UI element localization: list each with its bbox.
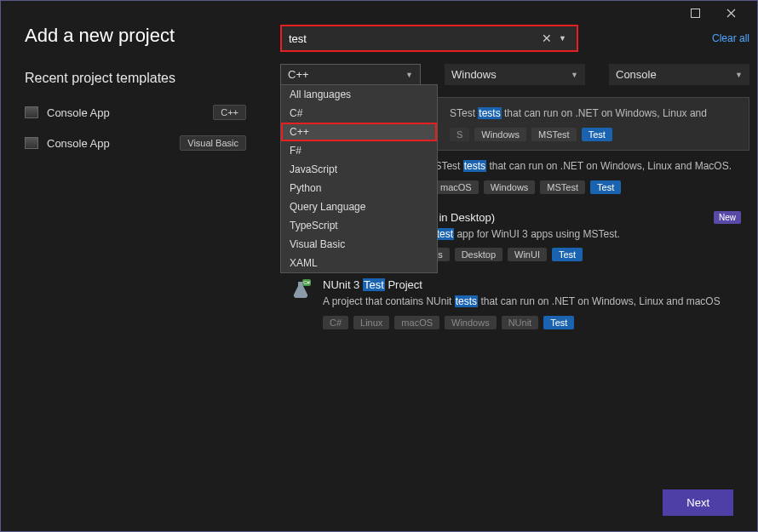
template-description: STest tests that can run on .NET on Wind…: [450, 106, 740, 121]
template-name: NUnit 3 Test Project: [323, 278, 741, 291]
close-button[interactable]: [726, 9, 750, 18]
tag: Windows: [484, 180, 536, 194]
template-item[interactable]: STest tests that can run on .NET on Wind…: [434, 97, 749, 151]
new-badge: New: [714, 211, 741, 224]
tag: Test: [590, 180, 621, 194]
svg-text:C#: C#: [303, 280, 310, 285]
project-type-selected: Console: [616, 68, 657, 81]
tag: MSTest: [531, 128, 577, 141]
dropdown-item[interactable]: Visual Basic: [281, 235, 437, 254]
chevron-down-icon: ▼: [571, 71, 578, 79]
search-box[interactable]: ✕ ▼: [280, 25, 578, 52]
search-row: ✕ ▼ Clear all: [280, 25, 749, 52]
tag: Desktop: [455, 248, 502, 261]
tag: Windows: [445, 316, 497, 329]
dropdown-item[interactable]: C#: [281, 104, 437, 123]
chevron-down-icon: ▼: [405, 71, 413, 79]
restore-button[interactable]: [691, 9, 715, 18]
clear-all-link[interactable]: Clear all: [712, 32, 749, 44]
language-selected: C++: [288, 68, 309, 81]
close-icon: [726, 9, 736, 18]
tag: Test: [543, 316, 574, 329]
next-button[interactable]: Next: [663, 489, 733, 516]
console-icon: [25, 137, 38, 149]
tag: S: [450, 128, 469, 141]
footer: Next: [663, 489, 733, 516]
dropdown-item[interactable]: F#: [281, 141, 437, 160]
recent-item-name: Console App: [47, 106, 204, 119]
tag: macOS: [394, 316, 439, 329]
recent-item[interactable]: Console App Visual Basic: [25, 135, 246, 151]
dropdown-item[interactable]: Python: [281, 179, 437, 197]
recent-item-name: Console App: [47, 137, 171, 150]
platform-dropdown[interactable]: Windows ▼: [445, 64, 585, 85]
language-pill: C++: [213, 105, 246, 120]
template-description: A project that contains NUnit tests that…: [323, 295, 741, 309]
clear-search-icon[interactable]: ✕: [538, 31, 555, 45]
platform-selected: Windows: [451, 68, 497, 81]
template-tags: C# Linux macOS Windows NUnit Test: [323, 316, 741, 329]
left-panel: Add a new project Recent project templat…: [25, 25, 246, 338]
dropdown-item[interactable]: JavaScript: [281, 160, 437, 179]
tag: Windows: [474, 128, 526, 141]
dropdown-item[interactable]: XAML: [281, 254, 437, 272]
titlebar: [1, 1, 757, 25]
dropdown-item[interactable]: TypeScript: [281, 216, 437, 235]
dropdown-item[interactable]: All languages: [281, 85, 437, 104]
svg-rect-0: [692, 9, 700, 17]
recent-item[interactable]: Console App C++: [25, 105, 246, 120]
tag: C#: [323, 316, 348, 329]
restore-icon: [691, 9, 700, 18]
language-dropdown-list: All languages C# C++ F# JavaScript Pytho…: [280, 84, 438, 273]
filter-row: C++ ▼ All languages C# C++ F# JavaScript…: [280, 64, 749, 85]
language-dropdown[interactable]: C++ ▼ All languages C# C++ F# JavaScript…: [280, 64, 421, 85]
template-item[interactable]: C# NUnit 3 Test Project A project that c…: [280, 270, 749, 338]
tag: NUnit: [502, 316, 539, 329]
tag: MSTest: [540, 180, 585, 194]
recent-heading: Recent project templates: [25, 71, 246, 86]
flask-icon: C#: [289, 278, 313, 302]
language-pill: Visual Basic: [180, 135, 246, 151]
console-icon: [25, 106, 38, 118]
search-dropdown-icon[interactable]: ▼: [555, 34, 570, 43]
right-panel: ✕ ▼ Clear all C++ ▼ All languages C# C++…: [280, 25, 749, 338]
dropdown-item-selected[interactable]: C++: [281, 123, 437, 141]
tag: Test: [582, 128, 612, 141]
dropdown-item[interactable]: Query Language: [281, 197, 437, 216]
page-title: Add a new project: [25, 25, 246, 47]
chevron-down-icon: ▼: [735, 71, 743, 79]
project-type-dropdown[interactable]: Console ▼: [609, 64, 749, 85]
template-tags: S Windows MSTest Test: [450, 128, 740, 141]
tag: Test: [552, 248, 583, 261]
tag: Linux: [353, 316, 389, 329]
search-input[interactable]: [289, 32, 538, 45]
tag: WinUI: [508, 248, 547, 261]
tag: macOS: [434, 180, 479, 194]
